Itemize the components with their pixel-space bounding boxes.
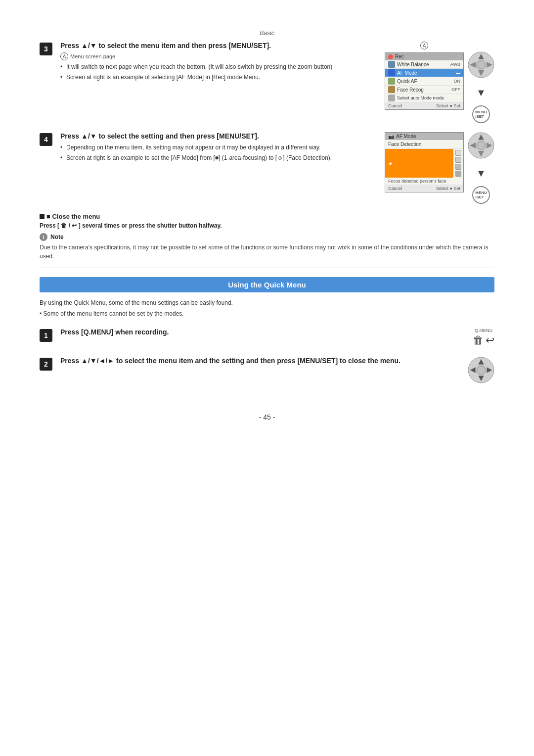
rec-icon xyxy=(388,54,393,59)
cam-screen-2-footer: Cancel Select ● Set xyxy=(385,185,463,192)
step-qmenu2-number: 2 xyxy=(40,358,52,371)
circle-a-icon: A xyxy=(60,52,68,60)
dpad-svg-qmenu2 xyxy=(468,357,494,383)
trash-return-icon: 🗑 ↩ xyxy=(473,334,494,347)
step-4-title: Press ▲/▼ to select the setting and then… xyxy=(60,132,377,140)
page-label: Basic xyxy=(40,30,494,37)
step-3-right: A Rec White Balance AWB AF Mode xyxy=(385,42,494,123)
circle-a-top: A xyxy=(420,42,428,49)
quick-menu-intro-2: • Some of the menu items cannot be set b… xyxy=(40,309,494,318)
wb-icon xyxy=(388,61,395,68)
step-4-number: 4 xyxy=(40,133,52,146)
step-qmenu2-content: Press ▲/▼/◄/► to select the menu item an… xyxy=(60,357,460,368)
step-4-content: Press ▲/▼ to select the setting and then… xyxy=(60,132,377,164)
menuset-button-step4: MENU/SET xyxy=(472,186,490,204)
step-qmenu2-block: 2 Press ▲/▼/◄/► to select the menu item … xyxy=(40,357,494,383)
dpad-svg-4 xyxy=(468,132,494,159)
return-icon: ↩ xyxy=(72,222,77,229)
dpad-step3 xyxy=(468,51,494,78)
note-circle-icon: i xyxy=(40,233,47,241)
close-menu-title: ■ Close the menu xyxy=(40,213,494,220)
note-text: Due to the camera's specifications, it m… xyxy=(40,243,494,261)
cam-screen-2-header: 📷 AF Mode xyxy=(385,133,463,140)
cam-row-af: AF Mode ▬ xyxy=(385,69,463,77)
qmenu-label: Q.MENU xyxy=(475,328,492,333)
automode-icon xyxy=(388,94,395,101)
step-3-number: 3 xyxy=(40,43,52,55)
step-3-bullet-2: Screen at right is an example of selecti… xyxy=(60,73,377,82)
step-3-block: 3 Press ▲/▼ to select the menu item and … xyxy=(40,42,494,123)
step-4-bullet-2: Screen at right is an example to set the… xyxy=(60,153,377,162)
dpad-qmenu2 xyxy=(468,357,494,383)
cam-screen-1-footer: Cancel Select ● Set xyxy=(385,102,463,109)
step-4-right: 📷 AF Mode Face Detection ★ Focus dete xyxy=(385,132,494,204)
trash-icon-qmenu: 🗑 xyxy=(473,334,484,347)
face-detect-selected-row: ★ xyxy=(385,149,463,178)
note-header: i Note xyxy=(40,233,494,241)
page-number: - 45 - xyxy=(40,413,494,421)
step-3-bullets: It will switch to next page when you rea… xyxy=(60,62,377,82)
cam-screen-1-header: Rec xyxy=(385,53,463,60)
step-3-bullet-1: It will switch to next page when you rea… xyxy=(60,62,377,71)
return-icon-qmenu: ↩ xyxy=(486,334,494,347)
step-qmenu1-right: Q.MENU 🗑 ↩ xyxy=(473,328,494,347)
face-detect-row: Face Detection xyxy=(385,140,463,149)
black-square-icon xyxy=(40,214,44,219)
quickaf-icon xyxy=(388,78,395,85)
cam-icons-col xyxy=(453,149,463,178)
dpad-step4 xyxy=(468,132,494,159)
af-mode-label-screen2: 📷 xyxy=(388,134,394,139)
step-3-title: Press ▲/▼ to select the menu item and th… xyxy=(60,42,377,49)
step-qmenu1-title: Press [Q.MENU] when recording. xyxy=(60,328,465,336)
down-arrow-step4: ▼ xyxy=(476,168,486,179)
step-4-block: 4 Press ▲/▼ to select the setting and th… xyxy=(40,132,494,204)
down-arrow-step3: ▼ xyxy=(476,87,486,98)
menuset-button-step3: MENU/SET xyxy=(472,105,490,123)
svg-point-22 xyxy=(477,366,485,374)
face-detect-selected: ★ xyxy=(385,149,453,178)
dpad-svg xyxy=(468,51,494,78)
facerecog-icon xyxy=(388,86,395,93)
step-4-bullets: Depending on the menu item, its setting … xyxy=(60,143,377,162)
trash-icon: 🗑 xyxy=(61,222,67,229)
cam-screen-2: 📷 AF Mode Face Detection ★ Focus dete xyxy=(385,132,464,192)
quick-menu-banner: Using the Quick Menu xyxy=(40,277,494,292)
step-3-circle-a-label: A Menu screen page xyxy=(60,52,377,60)
separator xyxy=(40,268,494,268)
cam-row-automode: Select auto Mode mode xyxy=(385,94,463,102)
step-qmenu1-block: 1 Press [Q.MENU] when recording. Q.MENU … xyxy=(40,328,494,347)
svg-point-6 xyxy=(477,61,485,69)
cam-row-quickaf: Quick AF ON xyxy=(385,77,463,86)
step-3-content: Press ▲/▼ to select the menu item and th… xyxy=(60,42,377,83)
step-qmenu2-title: Press ▲/▼/◄/► to select the menu item an… xyxy=(60,357,460,365)
note-section: i Note Due to the camera's specification… xyxy=(40,233,494,261)
step-qmenu2-right xyxy=(468,357,494,383)
step-qmenu1-number: 1 xyxy=(40,329,52,342)
face-detect-desc: Focus detected person's face xyxy=(385,178,463,185)
cam-screen-1: Rec White Balance AWB AF Mode ▬ Qui xyxy=(385,52,464,110)
svg-point-14 xyxy=(477,142,485,149)
close-menu-instruction: Press [ 🗑 / ↩ ] several times or press t… xyxy=(40,222,494,229)
step-qmenu1-content: Press [Q.MENU] when recording. xyxy=(60,328,465,339)
cam-row-wb: White Balance AWB xyxy=(385,60,463,69)
close-menu-section: ■ Close the menu Press [ 🗑 / ↩ ] several… xyxy=(40,213,494,229)
af-icon xyxy=(388,69,395,76)
cam-row-facerecog: Face Recog OFF xyxy=(385,86,463,94)
step-4-bullet-1: Depending on the menu item, its setting … xyxy=(60,143,377,152)
quick-menu-intro-1: By using the Quick Menu, some of the men… xyxy=(40,298,494,307)
qmenu-icon-area: Q.MENU 🗑 ↩ xyxy=(473,328,494,347)
